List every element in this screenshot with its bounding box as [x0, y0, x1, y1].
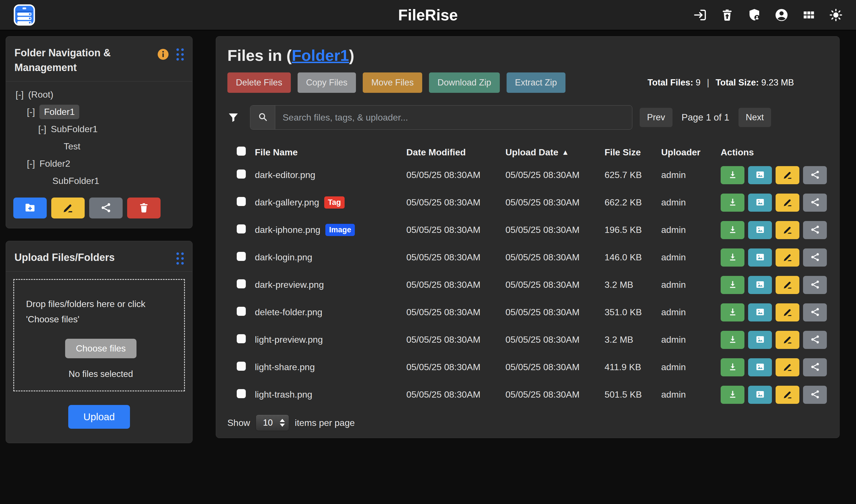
file-name[interactable]: light-trash.png: [255, 390, 312, 400]
rename-file-button[interactable]: [775, 166, 799, 184]
select-all-checkbox[interactable]: [237, 147, 246, 156]
tree-folder-label[interactable]: (Root): [28, 89, 53, 100]
tree-expander-toggle[interactable]: [-]: [16, 89, 23, 100]
delete-files-button[interactable]: Delete Files: [227, 72, 291, 93]
preview-image-button[interactable]: [748, 249, 772, 267]
share-file-button[interactable]: [803, 303, 827, 322]
tree-expander-toggle[interactable]: [-]: [38, 124, 46, 134]
choose-files-button[interactable]: Choose files: [65, 339, 137, 358]
tree-node[interactable]: SubFolder1: [13, 172, 185, 190]
file-name[interactable]: dark-gallery.png: [255, 197, 319, 208]
download-file-button[interactable]: [721, 166, 745, 184]
extract-zip-button[interactable]: Extract Zip: [507, 72, 565, 93]
user-profile-button[interactable]: [774, 8, 789, 22]
file-name[interactable]: dark-login.png: [255, 252, 312, 263]
download-file-button[interactable]: [721, 249, 745, 267]
rename-file-button[interactable]: [775, 331, 799, 349]
file-name[interactable]: dark-editor.png: [255, 170, 315, 180]
download-file-button[interactable]: [721, 358, 745, 376]
search-icon-button[interactable]: [250, 106, 275, 129]
rename-file-button[interactable]: [775, 358, 799, 376]
admin-panel-button[interactable]: [747, 8, 762, 22]
column-header-uploader[interactable]: Uploader: [661, 147, 721, 158]
preview-image-button[interactable]: [748, 194, 772, 212]
preview-image-button[interactable]: [748, 331, 772, 349]
rename-file-button[interactable]: [775, 303, 799, 322]
download-file-button[interactable]: [721, 331, 745, 349]
file-name[interactable]: light-share.png: [255, 362, 315, 373]
apps-grid-button[interactable]: [802, 8, 816, 22]
rename-folder-button[interactable]: [51, 198, 85, 218]
tree-folder-label[interactable]: Folder1: [39, 105, 79, 119]
file-name[interactable]: dark-preview.png: [255, 280, 324, 290]
tree-expander-toggle[interactable]: [-]: [27, 159, 35, 169]
share-file-button[interactable]: [803, 331, 827, 349]
search-input[interactable]: [275, 106, 632, 129]
column-header-upload-date[interactable]: Upload Date ▲: [505, 147, 605, 158]
row-checkbox[interactable]: [237, 362, 246, 371]
column-header-file-name[interactable]: File Name: [255, 147, 406, 158]
tree-node[interactable]: [-](Root): [13, 86, 185, 103]
file-name[interactable]: delete-folder.png: [255, 307, 322, 318]
row-checkbox[interactable]: [237, 224, 246, 233]
tree-node[interactable]: [-]Folder1: [13, 103, 185, 121]
share-file-button[interactable]: [803, 194, 827, 212]
drag-handle-icon[interactable]: [176, 48, 184, 60]
tree-folder-label[interactable]: Test: [64, 141, 81, 152]
rename-file-button[interactable]: [775, 221, 799, 239]
column-header-file-size[interactable]: File Size: [605, 147, 661, 158]
tree-folder-label[interactable]: SubFolder1: [52, 176, 99, 186]
download-file-button[interactable]: [721, 303, 745, 322]
file-name[interactable]: dark-iphone.png: [255, 225, 320, 235]
app-logo-button[interactable]: [13, 4, 36, 26]
logout-button[interactable]: [693, 8, 707, 22]
theme-toggle-button[interactable]: [829, 8, 843, 22]
drag-handle-icon[interactable]: [176, 252, 184, 265]
tree-node[interactable]: [-]SubFolder1: [13, 121, 185, 138]
tree-folder-label[interactable]: SubFolder1: [51, 124, 98, 134]
tree-folder-label[interactable]: Folder2: [39, 159, 70, 169]
row-checkbox[interactable]: [237, 307, 246, 316]
share-file-button[interactable]: [803, 166, 827, 184]
rename-file-button[interactable]: [775, 386, 799, 404]
row-checkbox[interactable]: [237, 334, 246, 343]
current-folder-link[interactable]: Folder1: [292, 47, 349, 64]
file-name[interactable]: light-preview.png: [255, 335, 323, 345]
stepper-arrows-icon[interactable]: [280, 419, 289, 427]
share-file-button[interactable]: [803, 221, 827, 239]
tag-badge[interactable]: Tag: [324, 196, 345, 209]
preview-image-button[interactable]: [748, 386, 772, 404]
items-per-page-select[interactable]: 10: [256, 415, 289, 431]
row-checkbox[interactable]: [237, 197, 246, 206]
download-file-button[interactable]: [721, 276, 745, 294]
download-file-button[interactable]: [721, 221, 745, 239]
tag-badge[interactable]: Image: [325, 224, 355, 236]
rename-file-button[interactable]: [775, 249, 799, 267]
rename-file-button[interactable]: [775, 194, 799, 212]
tree-node[interactable]: [-]Folder2: [13, 155, 185, 172]
preview-image-button[interactable]: [748, 358, 772, 376]
rename-file-button[interactable]: [775, 276, 799, 294]
preview-image-button[interactable]: [748, 166, 772, 184]
share-file-button[interactable]: [803, 276, 827, 294]
share-folder-button[interactable]: [89, 198, 123, 218]
download-file-button[interactable]: [721, 386, 745, 404]
file-dropzone[interactable]: Drop files/folders here or click 'Choose…: [13, 279, 185, 392]
preview-image-button[interactable]: [748, 221, 772, 239]
row-checkbox[interactable]: [237, 389, 246, 398]
upload-button[interactable]: Upload: [68, 405, 130, 429]
preview-image-button[interactable]: [748, 303, 772, 322]
tree-expander-toggle[interactable]: [-]: [27, 107, 35, 117]
create-folder-button[interactable]: [13, 198, 47, 218]
filter-button[interactable]: [227, 111, 239, 123]
share-file-button[interactable]: [803, 249, 827, 267]
row-checkbox[interactable]: [237, 279, 246, 288]
download-zip-button[interactable]: Download Zip: [429, 72, 500, 93]
folder-help-button[interactable]: [157, 48, 170, 61]
share-file-button[interactable]: [803, 386, 827, 404]
download-file-button[interactable]: [721, 194, 745, 212]
column-header-date-modified[interactable]: Date Modified: [406, 147, 505, 158]
move-files-button[interactable]: Move Files: [363, 72, 422, 93]
next-page-button[interactable]: Next: [738, 108, 771, 127]
copy-files-button[interactable]: Copy Files: [298, 72, 356, 93]
